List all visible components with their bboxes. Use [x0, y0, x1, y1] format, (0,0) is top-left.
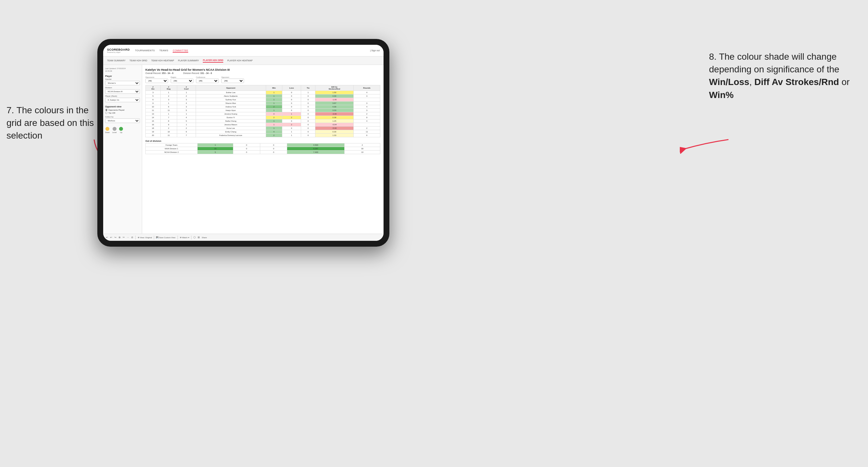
- gender-label: Gender: [105, 78, 140, 80]
- division-label: Division: [105, 87, 140, 89]
- colour-by-select[interactable]: Win/loss: [105, 119, 140, 123]
- view-original-btn[interactable]: 👁 View: Original: [137, 237, 152, 239]
- nav-items: TOURNAMENTS TEAMS COMMITTEE: [135, 49, 370, 53]
- opponent-view-radio-group: Opponents Played Top 100: [105, 109, 140, 114]
- radio-opponents-played-dot: [105, 109, 107, 111]
- filter-row: Opponents: (All) Region (All) Conference: [145, 76, 380, 83]
- col-diff: Diff AvStrokes/Rnd: [315, 85, 353, 91]
- divider-2: [154, 236, 154, 240]
- col-rounds: Rounds: [354, 85, 380, 91]
- sub-nav-player-h2h-heatmap[interactable]: PLAYER H2H HEATMAP: [227, 59, 252, 62]
- table-row: 1691 Jessica Mason 1 2 0 -0.94: [146, 123, 380, 127]
- filter-conference-label: Conference: [196, 76, 219, 78]
- sub-nav-team-h2h-heatmap[interactable]: TEAM H2H HEATMAP: [151, 59, 174, 62]
- table-row: 522 Alexis Sudjianto 1 0 0 4.00 3: [146, 94, 380, 98]
- table-row: NCAA Division 2 5 0 0 7.400 10: [146, 151, 380, 154]
- logo-area: SCOREBOARD Powered by clippd: [107, 48, 130, 53]
- cut-icon[interactable]: ✂: [123, 236, 125, 239]
- filter-region: Region (All): [171, 76, 193, 83]
- sub-nav-team-summary[interactable]: TEAM SUMMARY: [107, 59, 126, 62]
- sub-nav-player-h2h-grid[interactable]: PLAYER H2H GRID: [203, 58, 223, 63]
- share-network-icon[interactable]: ⬡: [193, 236, 196, 239]
- table-row: 1063 Andrea York 2 0 0 4.00 4: [146, 105, 380, 109]
- table-row: 1311 Jessica Huang 0 1 0 -3.00 2: [146, 112, 380, 116]
- filter-opponent-label: Opponent: [221, 76, 244, 78]
- out-of-division-table: Foreign Team 1 0 0 4.500 2 NAIA Division…: [145, 143, 380, 154]
- table-row: Foreign Team 1 0 0 4.500 2: [146, 144, 380, 147]
- filter-conference-select[interactable]: (All): [196, 79, 219, 83]
- col-conf: #Conf: [177, 85, 196, 91]
- grid-area: Katelyn Vo Head-to-Head Grid for Women's…: [142, 65, 383, 234]
- tablet-device: SCOREBOARD Powered by clippd TOURNAMENTS…: [97, 39, 390, 247]
- opponent-view-label: Opponent view: [105, 105, 140, 108]
- table-row: 19106 Emily Chang 4 1 0 0.30 11: [146, 130, 380, 134]
- annotation-right: 8. The colour shade will change dependin…: [709, 50, 858, 101]
- division-record: Division Record: 331 - 34 - 6: [183, 72, 212, 74]
- gender-select[interactable]: Women's: [105, 81, 140, 85]
- nav-bar: SCOREBOARD Powered by clippd TOURNAMENTS…: [103, 45, 383, 57]
- annotation-left: 7. The colours in the grid are based on …: [6, 104, 97, 142]
- sidebar: Last Updated: 27/03/2024 16:55:38 Player…: [103, 65, 142, 234]
- nav-item-tournaments[interactable]: TOURNAMENTS: [135, 49, 155, 53]
- filter-opponents-select[interactable]: (All): [145, 79, 168, 83]
- divider-1: [135, 236, 136, 240]
- col-win: Win: [266, 85, 282, 91]
- watch-btn[interactable]: 👁 Watch ▾: [180, 236, 189, 239]
- grid-record: Overall Record: 353 - 34 - 6 Division Re…: [145, 72, 380, 74]
- out-of-division-header: Out of division: [145, 140, 380, 142]
- tablet-screen: SCOREBOARD Powered by clippd TOURNAMENTS…: [103, 45, 383, 241]
- share-btn[interactable]: Share: [202, 237, 207, 239]
- colour-down-label: Down: [105, 131, 110, 133]
- colour-up-label: Up: [120, 131, 122, 133]
- more-icon[interactable]: ···: [127, 236, 129, 239]
- filter-opponent-select[interactable]: (All): [221, 79, 244, 83]
- col-opponent: Opponent: [196, 85, 266, 91]
- radio-opponents-played[interactable]: Opponents Played: [105, 109, 140, 111]
- logo-sub: Powered by clippd: [107, 51, 130, 53]
- redo-icon[interactable]: ↪: [114, 236, 117, 239]
- bottom-toolbar: ↩ ↩ ↪ ⊕ ✂ ··· ⊘ 👁 View: Original 💾 Save …: [103, 234, 383, 241]
- col-tie: Tie: [301, 85, 315, 91]
- table-row: NAIA Division 1 15 0 0 9.267 30: [146, 147, 380, 151]
- sign-out[interactable]: | Sign out: [370, 49, 380, 52]
- main-content: Last Updated: 27/03/2024 16:55:38 Player…: [103, 65, 383, 234]
- filter-region-select[interactable]: (All): [171, 79, 193, 83]
- sub-nav-player-summary[interactable]: PLAYER SUMMARY: [178, 59, 199, 62]
- table-row: 20117 Federica Domecq Lacroze 2 1 0 1.33…: [146, 134, 380, 137]
- grid-icon[interactable]: ⊞: [197, 236, 200, 239]
- divider-4: [191, 236, 191, 240]
- player-rank-select[interactable]: 8. Katelyn Vo: [105, 98, 140, 102]
- overall-record: Overall Record: 353 - 34 - 6: [145, 72, 173, 74]
- player-rank-label: Player (Rank): [105, 95, 140, 97]
- sub-nav: TEAM SUMMARY TEAM H2H GRID TEAM H2H HEAT…: [103, 57, 383, 65]
- save-custom-view-btn[interactable]: 💾 Save Custom View: [156, 236, 175, 239]
- undo2-icon[interactable]: ↩: [110, 236, 112, 239]
- col-loss: Loss: [282, 85, 301, 91]
- nav-item-teams[interactable]: TEAMS: [159, 49, 168, 53]
- undo-icon[interactable]: ↩: [106, 236, 108, 239]
- colour-down-circle: [105, 127, 110, 131]
- colour-up-circle: [119, 127, 123, 131]
- last-updated: Last Updated: 27/03/2024 16:55:38: [105, 67, 140, 72]
- nav-item-committee[interactable]: COMMITTEE: [173, 49, 188, 53]
- sub-nav-team-h2h-grid[interactable]: TEAM H2H GRID: [129, 59, 147, 62]
- add-icon[interactable]: ⊕: [118, 236, 121, 239]
- table-row: 914 Sharon Mun 1 0 0 3.67 3: [146, 101, 380, 105]
- main-table: #Div #Reg #Conf Opponent Win Loss Tie Di…: [145, 85, 380, 137]
- col-div: #Div: [146, 85, 161, 91]
- table-row: 1474 Eunice Yi 2 2 0 0.38 9: [146, 116, 380, 119]
- filter-opponents-label: Opponents:: [145, 76, 168, 78]
- grid-title: Katelyn Vo Head-to-Head Grid for Women's…: [145, 68, 380, 71]
- annotation-right-text: 8. The colour shade will change dependin…: [709, 52, 849, 100]
- colour-level-label: Level: [112, 131, 117, 133]
- right-arrow: [680, 130, 732, 156]
- filter-region-label: Region: [171, 76, 193, 78]
- player-section-title: Player: [105, 75, 140, 77]
- table-header-row: #Div #Reg #Conf Opponent Win Loss Tie Di…: [146, 85, 380, 91]
- col-reg: #Reg: [160, 85, 177, 91]
- colour-down: Down: [105, 127, 110, 133]
- table-row: 1585 Stella Cheng 1 0 0 1.25 4: [146, 119, 380, 123]
- radio-top-100[interactable]: Top 100: [105, 112, 140, 114]
- division-select[interactable]: NCAA Division III: [105, 89, 140, 94]
- refresh-icon[interactable]: ⊘: [131, 236, 133, 239]
